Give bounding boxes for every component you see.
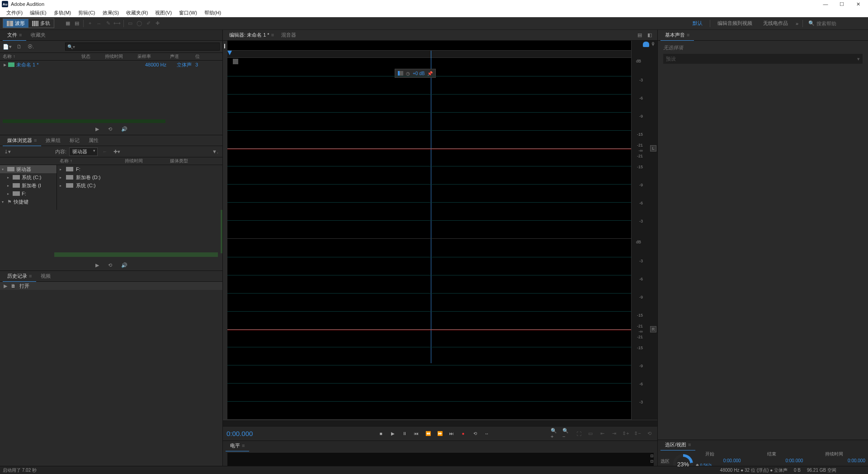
tab-video[interactable]: 视频 bbox=[36, 271, 55, 281]
list-item[interactable]: ▸F: bbox=[57, 165, 222, 173]
go-to-start-button[interactable]: ⏮ bbox=[412, 430, 421, 438]
tree-drive-i[interactable]: ▸新加卷 (I bbox=[0, 181, 57, 190]
timecode[interactable]: 0:00.000 bbox=[226, 430, 317, 437]
tab-selection-view[interactable]: 选区/视图≡ bbox=[660, 440, 695, 450]
preset-bar[interactable]: 预设 ▾ bbox=[663, 54, 863, 64]
menu-multitrack[interactable]: 多轨(M) bbox=[50, 9, 75, 17]
loop-button[interactable]: ⟲ bbox=[471, 430, 480, 438]
search-input[interactable] bbox=[816, 21, 862, 26]
mic-icon[interactable]: 🎙 bbox=[651, 42, 656, 47]
tool-slip[interactable]: ⟷ bbox=[113, 19, 122, 28]
playhead-anchor-icon[interactable] bbox=[227, 51, 232, 55]
workspace-radio[interactable]: 无线电作品 bbox=[758, 20, 793, 27]
import-button[interactable]: ⤓▾ bbox=[3, 147, 12, 156]
zoom-reset-button[interactable]: ⟲ bbox=[645, 430, 654, 438]
tool-time-select[interactable]: ⌖ bbox=[85, 19, 94, 28]
menu-view[interactable]: 视图(V) bbox=[151, 9, 175, 17]
tree-drive-f[interactable]: ▸F: bbox=[0, 190, 57, 198]
files-scrollbar[interactable] bbox=[3, 119, 220, 123]
zoom-in-point-button[interactable]: ⇤ bbox=[598, 430, 607, 438]
editor-channels-button[interactable]: ◧ bbox=[645, 31, 655, 39]
maximize-button[interactable]: ☐ bbox=[834, 0, 850, 8]
nav-new[interactable]: ✚▾ bbox=[112, 147, 121, 156]
preset-dropdown-icon[interactable]: ▾ bbox=[857, 56, 860, 62]
tab-effects-group[interactable]: 效果组 bbox=[41, 135, 65, 146]
open-file-button[interactable]: 📄▾ bbox=[3, 42, 12, 51]
record-file-button[interactable]: ⦿. bbox=[26, 42, 35, 51]
menu-window[interactable]: 窗口(W) bbox=[175, 9, 201, 17]
file-search[interactable]: 🔍▾ bbox=[65, 43, 220, 51]
list-item[interactable]: ▸新加卷 (D:) bbox=[57, 173, 222, 181]
tree-shortcuts[interactable]: ▾⚑快捷键 bbox=[0, 198, 57, 206]
files-autoplay-button[interactable]: 🔊 bbox=[121, 126, 127, 132]
overview-strip[interactable] bbox=[227, 41, 631, 51]
sel-end[interactable]: 0:00.000 bbox=[741, 458, 803, 465]
workspace-edit-audio[interactable]: 编辑音频到视频 bbox=[712, 20, 758, 27]
multitrack-mode-button[interactable]: 多轨 bbox=[28, 19, 54, 28]
clip-led-r[interactable] bbox=[651, 460, 653, 463]
zoom-in-button[interactable]: 🔍+ bbox=[551, 430, 560, 438]
pause-button[interactable]: ⏸ bbox=[400, 430, 409, 438]
clip-led-l[interactable] bbox=[651, 455, 653, 457]
zoom-out-point-button[interactable]: ⇥ bbox=[609, 430, 618, 438]
col-duration[interactable]: 持续时间 bbox=[105, 53, 137, 60]
files-play-button[interactable]: ▶ bbox=[95, 126, 99, 132]
close-button[interactable]: ✕ bbox=[850, 0, 866, 8]
skip-selection-button[interactable]: ↔ bbox=[482, 430, 491, 438]
mcol-type[interactable]: 媒体类型 bbox=[170, 158, 188, 164]
file-row[interactable]: ▶未命名 1 * 48000 Hz 立体声 3 bbox=[0, 61, 222, 69]
mcol-name[interactable]: 名称 ↑ bbox=[57, 158, 125, 164]
tab-essential-sound[interactable]: 基本声音≡ bbox=[660, 30, 694, 41]
forward-button[interactable]: ⏩ bbox=[435, 430, 444, 438]
channel-l-badge[interactable]: L bbox=[650, 145, 656, 152]
go-to-end-button[interactable]: ⏭ bbox=[447, 430, 456, 438]
waveform-channel-right[interactable] bbox=[227, 239, 631, 420]
zoom-vert-in-button[interactable]: ⇕+ bbox=[621, 430, 630, 438]
col-name[interactable]: 名称 ↑ bbox=[0, 53, 81, 60]
media-vscroll[interactable] bbox=[221, 210, 222, 253]
editor-spectral-button[interactable]: ▤ bbox=[635, 31, 645, 39]
spectral-frequency-button[interactable]: ▦ bbox=[63, 19, 72, 28]
stop-button[interactable]: ■ bbox=[377, 430, 386, 438]
col-rate[interactable]: 采样率 bbox=[137, 53, 170, 60]
waveform-mode-button[interactable]: 波形 bbox=[3, 19, 28, 28]
spectral-pitch-button[interactable]: ▤ bbox=[72, 19, 81, 28]
tab-editor[interactable]: 编辑器: 未命名 1 *≡ bbox=[226, 30, 278, 40]
drives-dropdown[interactable]: 驱动器 bbox=[69, 147, 98, 156]
tab-markers[interactable]: 标记 bbox=[65, 135, 84, 146]
tool-marquee[interactable]: ▭ bbox=[126, 19, 135, 28]
waveform-channel-left[interactable] bbox=[227, 58, 631, 239]
tree-drive-c[interactable]: ▸系统 (C:) bbox=[0, 173, 57, 181]
filter-button[interactable]: ▼. bbox=[211, 147, 220, 156]
menu-help[interactable]: 帮助(H) bbox=[201, 9, 225, 17]
col-bit[interactable]: 位 bbox=[195, 53, 208, 60]
tool-move[interactable]: ↔ bbox=[94, 19, 104, 28]
tab-favorites[interactable]: 收藏夹 bbox=[26, 30, 50, 40]
waveform-area[interactable]: ◷ +0 dB 📌 bbox=[227, 41, 631, 420]
rewind-button[interactable]: ⏪ bbox=[424, 430, 433, 438]
tab-properties[interactable]: 属性 bbox=[84, 135, 103, 146]
tab-media-browser[interactable]: 媒体浏览器≡ bbox=[3, 135, 41, 146]
zoom-vert-out-button[interactable]: ⇕− bbox=[633, 430, 642, 438]
list-item[interactable]: ▸系统 (C:) bbox=[57, 181, 222, 190]
col-channels[interactable]: 声道 bbox=[170, 53, 195, 60]
sel-dur[interactable]: 0:00.000 bbox=[803, 458, 865, 465]
tool-razor[interactable]: ✎ bbox=[104, 19, 113, 28]
media-loop-button[interactable]: ⟲ bbox=[108, 262, 112, 268]
zoom-sel-button[interactable]: ▭ bbox=[586, 430, 595, 438]
tab-history[interactable]: 历史记录≡ bbox=[3, 271, 36, 282]
menu-effects[interactable]: 效果(S) bbox=[99, 9, 123, 17]
new-file-button[interactable]: 🗋 bbox=[14, 42, 24, 51]
tab-mixer[interactable]: 混音器 bbox=[278, 30, 300, 40]
tool-heal[interactable]: ✚ bbox=[153, 19, 162, 28]
minimize-button[interactable]: ― bbox=[817, 0, 834, 8]
playhead-cursor[interactable] bbox=[223, 41, 227, 420]
mcol-duration[interactable]: 持续时间 bbox=[125, 158, 170, 164]
channel-r-badge[interactable]: R bbox=[650, 326, 656, 332]
workspace-more[interactable]: » bbox=[793, 21, 801, 26]
workspace-default[interactable]: 默认 bbox=[687, 20, 708, 27]
files-loop-button[interactable]: ⟲ bbox=[108, 126, 112, 132]
col-status[interactable]: 状态 bbox=[81, 53, 105, 60]
headphone-icon[interactable] bbox=[643, 42, 649, 47]
tree-drives[interactable]: ▾驱动器 bbox=[0, 165, 57, 173]
